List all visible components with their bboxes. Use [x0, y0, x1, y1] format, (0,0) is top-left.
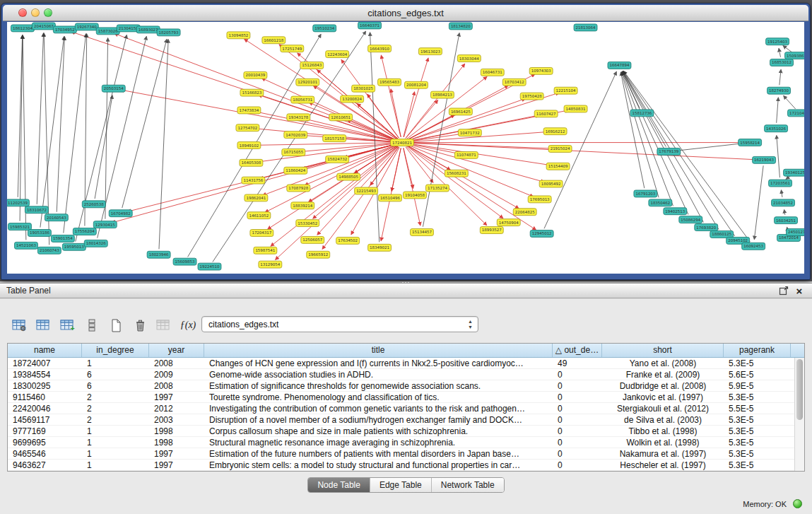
graph-node[interactable]: 17203561	[769, 180, 792, 187]
delete-column-icon[interactable]	[130, 316, 150, 334]
graph-node[interactable]: 16916212	[543, 128, 567, 135]
graph-node[interactable]: 15873026	[96, 28, 119, 35]
graph-node[interactable]: 14611052	[247, 212, 271, 219]
import-table-icon[interactable]: +	[58, 316, 78, 334]
network-view[interactable]: 1724082118301025195654832008120418984213…	[7, 22, 804, 274]
column-header-title[interactable]: title	[204, 344, 553, 357]
graph-node[interactable]: 12610651	[329, 114, 353, 121]
graph-node[interactable]: 17034952	[53, 26, 76, 33]
column-header-year[interactable]: year	[149, 344, 204, 357]
graph-node[interactable]: 13094852	[227, 32, 250, 39]
graph-node[interactable]: 18984213	[430, 91, 454, 98]
graph-node[interactable]: 15093867	[785, 52, 804, 59]
table-row[interactable]: 1830029562008Estimation of significance …	[8, 380, 804, 392]
table-row[interactable]: 1938455462009Genome-wide association stu…	[8, 369, 804, 380]
citation-edge-red[interactable]	[408, 144, 551, 165]
citation-edge-black[interactable]	[621, 72, 659, 197]
graph-node[interactable]: 18703412	[502, 78, 526, 86]
graph-node[interactable]: 21915024	[548, 146, 572, 153]
graph-node[interactable]: 12754702	[236, 124, 259, 132]
graph-node[interactable]: 14988505	[337, 173, 360, 180]
citation-edge-black[interactable]	[122, 39, 167, 208]
graph-node[interactable]: 15086294	[679, 216, 702, 223]
graph-node[interactable]: 17473834	[237, 107, 261, 114]
graph-node[interactable]: 16405308	[240, 159, 263, 166]
graph-node[interactable]: 18205793	[157, 29, 180, 36]
graph-node[interactable]: 11607427	[534, 110, 558, 117]
graph-node[interactable]: 18949102	[237, 142, 261, 149]
graph-node[interactable]: 19665912	[307, 251, 330, 258]
table-row[interactable]: 946554611997Estimation of the future num…	[8, 448, 804, 460]
graph-node[interactable]: 16715055	[282, 148, 305, 156]
graph-node[interactable]: 25260538	[82, 201, 105, 208]
graph-node[interactable]: 18157158	[323, 135, 346, 142]
graph-node[interactable]: 18023946	[147, 251, 170, 258]
graph-node[interactable]: 22064825	[513, 209, 536, 216]
graph-node[interactable]: 14351026	[765, 125, 788, 132]
graph-node[interactable]: 16510496	[379, 194, 402, 201]
graph-node[interactable]: 12243604	[326, 51, 349, 58]
column-chooser-icon[interactable]	[34, 316, 54, 334]
graph-node[interactable]: 21034852	[772, 199, 795, 206]
graph-node[interactable]: 17251749	[281, 45, 304, 52]
graph-node[interactable]: 10974303	[529, 67, 553, 74]
table-row[interactable]: 2242004622012Investigating the contribut…	[8, 403, 804, 414]
new-column-icon[interactable]	[106, 316, 126, 334]
scrollbar-thumb[interactable]	[796, 359, 803, 420]
graph-node[interactable]: 17695013	[528, 196, 551, 203]
graph-node[interactable]: 15901354	[51, 235, 74, 242]
table-options-icon[interactable]: ⚙	[10, 316, 30, 334]
graph-node[interactable]: 18993527	[480, 227, 503, 234]
graph-node[interactable]: 20010439	[244, 71, 267, 78]
graph-node[interactable]: 15987541	[254, 247, 277, 254]
graph-node[interactable]: 20503154	[102, 85, 125, 92]
citation-edge-black[interactable]	[779, 48, 780, 57]
graph-node[interactable]: 16704982	[109, 210, 132, 217]
graph-node[interactable]: 15985321	[8, 223, 31, 230]
graph-node[interactable]: 13129054	[259, 261, 282, 268]
graph-node[interactable]: 16647894	[608, 62, 631, 69]
graph-node[interactable]: 18056731	[291, 96, 314, 103]
citation-edge-red[interactable]	[279, 45, 398, 139]
table-row[interactable]: 977716911998Corpus callosum shape and si…	[8, 426, 804, 437]
close-panel-icon[interactable]: ×	[794, 286, 805, 297]
citation-network-graph[interactable]: 1724082118301025195654832008120418984213…	[7, 22, 804, 274]
graph-node[interactable]: 19343178	[287, 114, 310, 121]
graph-node[interactable]: 15824732	[326, 156, 349, 163]
table-selector[interactable]: citations_edges.txt ▲▼	[201, 316, 478, 332]
graph-node[interactable]: 19613023	[418, 48, 442, 55]
graph-node[interactable]: 15609853	[173, 258, 196, 265]
graph-node[interactable]: 15958214	[739, 139, 762, 146]
citation-edge-black[interactable]	[781, 190, 782, 197]
graph-node[interactable]: 15154409	[546, 163, 570, 170]
graph-node[interactable]: 16219043	[753, 156, 776, 163]
graph-node[interactable]: 17135274	[425, 185, 449, 192]
citation-edge-black[interactable]	[623, 71, 640, 107]
tab-edge-table[interactable]: Edge Table	[370, 478, 431, 492]
graph-node[interactable]: 19267340	[75, 23, 98, 30]
graph-node[interactable]: 14521063	[14, 242, 37, 249]
graph-node[interactable]: 19224510	[198, 263, 221, 270]
graph-node[interactable]: 13200824	[341, 95, 364, 103]
graph-node[interactable]: 17693820	[695, 224, 718, 231]
table-row[interactable]: 911546021997Tourette syndrome. Phenomeno…	[8, 392, 804, 403]
graph-node[interactable]: 20081204	[405, 81, 428, 88]
citation-edge-red[interactable]	[404, 92, 415, 137]
graph-node[interactable]: 21060743	[37, 247, 61, 254]
graph-node[interactable]: 12215104	[554, 87, 577, 94]
graph-node[interactable]: 16034251	[775, 217, 798, 224]
graph-node[interactable]: 14702039	[284, 132, 307, 139]
graph-node[interactable]: 18134820	[449, 23, 472, 30]
tab-network-table[interactable]: Network Table	[431, 478, 504, 492]
window-titlebar[interactable]: citations_edges.txt	[3, 5, 808, 21]
graph-node[interactable]: 15330452	[296, 220, 319, 227]
graph-node[interactable]: 19510234	[313, 25, 336, 32]
graph-node[interactable]: 18349021	[368, 244, 392, 251]
citation-edge-black[interactable]	[622, 72, 673, 206]
citation-edge-black[interactable]	[18, 35, 22, 197]
citation-edge-black[interactable]	[754, 165, 763, 239]
citation-edge-black[interactable]	[95, 95, 112, 199]
graph-node[interactable]: 16961425	[449, 108, 472, 115]
table-row[interactable]: 1456911722003Disruption of a novel membe…	[8, 414, 804, 426]
graph-node[interactable]: 15134457	[410, 229, 433, 236]
